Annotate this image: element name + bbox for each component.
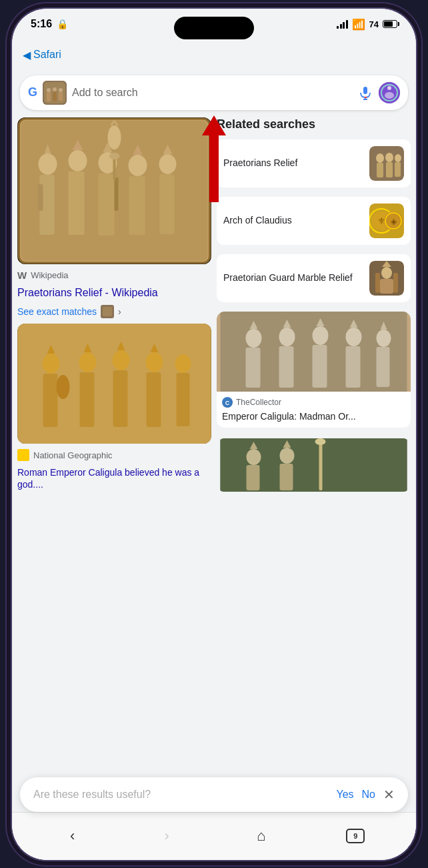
nat-geo-logo: [17, 449, 29, 461]
related-item-praetorians[interactable]: Praetorians Relief: [217, 139, 411, 187]
svg-rect-51: [80, 372, 95, 427]
search-input[interactable]: Add to search: [72, 87, 352, 99]
wikipedia-source: W Wikipedia: [17, 270, 211, 281]
svg-rect-83: [246, 348, 261, 388]
svg-rect-86: [279, 346, 294, 388]
collector-logo: C: [222, 397, 233, 408]
related-item-arch-claudius[interactable]: Arch of Claudius ⚜ ◈: [217, 197, 411, 245]
svg-point-31: [129, 155, 147, 176]
svg-point-48: [57, 375, 70, 399]
feedback-yes-button[interactable]: Yes: [336, 789, 353, 801]
the-collector-card[interactable]: C TheCollector Emperor Caligula: Madman …: [217, 312, 411, 428]
svg-rect-27: [99, 173, 115, 236]
svg-rect-64: [386, 162, 393, 177]
home-button[interactable]: ⌂: [249, 824, 273, 848]
battery-icon: [383, 20, 397, 28]
svg-point-37: [108, 125, 121, 149]
feedback-close-button[interactable]: ✕: [383, 787, 395, 803]
svg-rect-54: [113, 370, 128, 427]
svg-point-65: [395, 154, 401, 162]
svg-point-4: [53, 87, 57, 91]
svg-rect-47: [43, 374, 58, 427]
svg-point-61: [376, 153, 384, 163]
svg-point-84: [279, 328, 295, 346]
svg-point-13: [387, 86, 391, 90]
svg-rect-21: [38, 184, 43, 211]
svg-point-30: [109, 153, 120, 159]
safari-back-button[interactable]: ◀ Safari: [23, 49, 405, 61]
back-button[interactable]: ‹: [61, 824, 85, 848]
see-exact-matches-link[interactable]: See exact matches ›: [17, 305, 211, 318]
svg-point-81: [246, 329, 262, 348]
feedback-no-button[interactable]: No: [362, 789, 375, 801]
tabs-button[interactable]: 9: [343, 824, 367, 848]
svg-point-45: [43, 354, 60, 374]
second-article-card[interactable]: [217, 438, 411, 492]
svg-point-107: [315, 438, 326, 445]
svg-point-22: [69, 150, 87, 171]
svg-point-14: [385, 92, 394, 99]
feedback-bar: Are these results useful? Yes No ✕: [20, 777, 408, 812]
svg-rect-79: [393, 273, 398, 293]
svg-rect-106: [319, 440, 323, 490]
main-result-title[interactable]: Praetorians Relief - Wikipedia: [17, 286, 211, 300]
svg-rect-66: [395, 162, 401, 177]
mic-icon[interactable]: [357, 85, 373, 101]
related-thumb-praetorians: [369, 146, 404, 181]
svg-point-6: [59, 88, 63, 92]
svg-point-90: [346, 328, 362, 346]
svg-rect-78: [375, 273, 380, 293]
svg-point-103: [280, 448, 295, 464]
svg-point-100: [247, 449, 261, 465]
related-thumb-arch-claudius: ⚜ ◈: [369, 203, 404, 238]
nat-geo-title[interactable]: Roman Emperor Caligula believed he was a…: [17, 466, 211, 490]
svg-rect-62: [377, 163, 383, 177]
wifi-icon: 📶: [352, 18, 365, 31]
collector-source: C TheCollector: [222, 397, 405, 408]
svg-point-93: [377, 330, 391, 347]
svg-rect-8: [363, 87, 367, 94]
svg-rect-28: [115, 177, 119, 211]
collector-article-image: [217, 312, 411, 392]
svg-point-2: [47, 88, 51, 92]
collector-article-title: Emperor Caligula: Madman Or...: [222, 410, 405, 422]
svg-rect-95: [377, 347, 390, 387]
browser-nav-bar: ‹ › ⌂ 9: [12, 812, 416, 860]
search-bar[interactable]: G Add to search: [20, 75, 408, 110]
svg-point-87: [313, 326, 329, 345]
svg-rect-33: [129, 176, 145, 235]
svg-rect-77: [380, 279, 393, 294]
feedback-question: Are these results useful?: [33, 789, 336, 801]
caligula-image: [17, 324, 211, 444]
phone-frame: 5:16 🔒 📶 74 ◀: [11, 7, 417, 861]
related-searches-title: Related searches: [217, 117, 411, 131]
nat-geo-source: National Geographic: [17, 449, 211, 461]
signal-bars: [337, 19, 348, 29]
svg-rect-36: [160, 174, 175, 234]
status-right: 📶 74: [337, 18, 397, 31]
red-arrow-indicator: [202, 115, 226, 202]
svg-point-75: [381, 267, 392, 279]
lock-icon: 🔒: [57, 19, 68, 29]
forward-button[interactable]: ›: [155, 824, 179, 848]
content-area: W Wikipedia Praetorians Relief - Wikiped…: [12, 112, 416, 860]
svg-rect-42: [103, 307, 112, 316]
related-item-guard[interactable]: Praetorian Guard Marble Relief: [217, 254, 411, 302]
search-bar-container: G Add to search: [20, 73, 408, 115]
safari-bar: ◀ Safari: [12, 46, 416, 67]
svg-rect-105: [280, 464, 293, 490]
dynamic-island: [174, 17, 254, 39]
profile-avatar[interactable]: [379, 82, 400, 103]
svg-rect-24: [69, 171, 85, 235]
svg-point-18: [39, 153, 57, 175]
svg-text:C: C: [225, 400, 230, 406]
svg-rect-7: [59, 92, 63, 101]
svg-point-63: [385, 153, 393, 162]
svg-point-55: [146, 352, 163, 372]
related-thumb-guard: [369, 261, 404, 296]
main-relief-image: [17, 117, 211, 264]
tabs-count-badge: 9: [346, 829, 365, 843]
google-logo: G: [28, 85, 37, 99]
search-thumbnail-image: [43, 81, 67, 105]
svg-rect-59: [177, 373, 190, 426]
